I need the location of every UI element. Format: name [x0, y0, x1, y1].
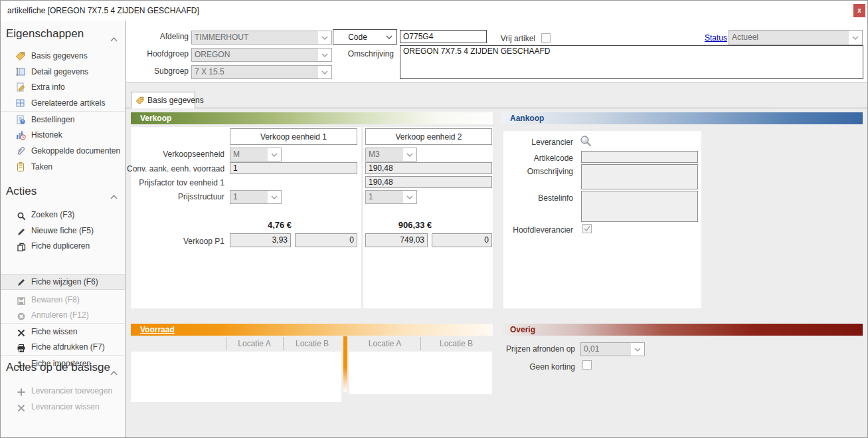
action-leverancier-wissen: Leverancier wissen	[1, 399, 125, 415]
verkoop-p1-label: Verkoop P1	[127, 237, 224, 247]
hoofdleverancier-checkbox[interactable]	[582, 224, 592, 233]
conv-label: Conv. aank. eenh. voorraad	[127, 164, 224, 174]
verkoop-eenheid-2-header: Verkoop eenheid 2	[365, 128, 492, 145]
afdeling-label: Afdeling	[100, 32, 189, 42]
magnifier-icon[interactable]	[580, 135, 592, 150]
conv-unit1-input[interactable]: 1	[230, 162, 357, 174]
status-select[interactable]: Actueel	[729, 30, 863, 45]
aankoop-omschrijving-input[interactable]	[581, 164, 698, 189]
leverancier-label: Leverancier	[505, 138, 573, 148]
delete-x-icon	[17, 327, 26, 336]
aankoop-omschrijving-label: Omschrijving	[505, 167, 573, 177]
p1-unit1-prijs-input[interactable]: 3,93	[230, 233, 291, 247]
voorraad-divider	[343, 336, 347, 392]
geen-korting-checkbox[interactable]	[582, 360, 592, 370]
chevron-down-icon	[631, 343, 644, 356]
action-fiche-wijzigen[interactable]: Fiche wijzigen (F6)	[1, 274, 125, 290]
verkoop-section-header: Verkoop	[131, 112, 493, 124]
voorraad-unit1-col-locatie-a: Locatie A	[226, 336, 283, 351]
omschrijving-label: Omschrijving	[319, 49, 394, 59]
hoofdleverancier-label: Hoofdleverancier	[505, 225, 573, 235]
chevron-down-icon	[268, 148, 281, 161]
sidebar-item-gekoppelde-documenten[interactable]: Gekoppelde documenten	[1, 143, 125, 159]
code-type-select[interactable]: Code	[333, 29, 397, 45]
duplicate-icon	[17, 241, 26, 251]
geen-korting-label: Geen korting	[501, 362, 575, 372]
hoofdgroep-select[interactable]: OREGON	[191, 48, 332, 62]
subgroep-select[interactable]: 7 X 15.5	[191, 65, 332, 79]
tag-icon	[135, 96, 145, 105]
chevron-down-icon	[403, 191, 416, 203]
sidebar: Eigenschappen Basis gegevens Detail gege…	[1, 21, 126, 438]
close-button[interactable]: x	[853, 4, 865, 17]
overig-section-header: Overig	[501, 324, 863, 336]
detail-icon	[15, 66, 26, 77]
p1-unit2-extra-input[interactable]: 0	[432, 233, 492, 247]
chevron-down-icon	[318, 31, 331, 44]
chevron-down-icon	[268, 191, 281, 203]
action-fiche-wissen[interactable]: Fiche wissen	[1, 324, 125, 340]
voorraad-unit2-col-locatie-b: Locatie B	[420, 336, 492, 351]
action-zoeken[interactable]: Zoeken (F3)	[1, 207, 125, 223]
voorraad-section-header: Voorraad	[131, 324, 493, 336]
titlebar: artikelfiche [OREGON 7X7.5 4 ZIJDEN GESC…	[1, 1, 867, 21]
voorraad-unit2-table	[349, 352, 492, 394]
subgroep-label: Subgroep	[100, 66, 189, 76]
prijsstructuur-1-select[interactable]: 1	[230, 190, 282, 204]
voorraad-unit2-col-locatie-a: Locatie A	[349, 336, 420, 351]
voorraad-unit1-table	[131, 352, 341, 402]
verkoopseenheid-2-select[interactable]: M3	[365, 148, 417, 162]
pencil-icon	[17, 277, 26, 286]
aankoop-section-header: Aankoop	[501, 112, 863, 124]
sidebar-item-historiek[interactable]: Historiek	[1, 127, 125, 143]
x-icon	[17, 402, 26, 411]
sidebar-item-extra-info[interactable]: Extra info	[1, 79, 125, 95]
artikelcode-label: Artikelcode	[505, 154, 573, 164]
save-icon	[17, 295, 26, 304]
hoofdgroep-label: Hoofdgroep	[100, 49, 189, 59]
artikelcode-input[interactable]	[581, 151, 698, 163]
action-annuleren: Annuleren (F12)	[1, 307, 125, 323]
chevron-up-icon[interactable]	[110, 366, 118, 372]
action-fiche-afdrukken[interactable]: Fiche afdrukken (F7)	[1, 339, 125, 355]
chevron-up-icon[interactable]	[110, 190, 118, 195]
cancel-icon	[17, 310, 26, 320]
verkoop-eenheid-1-header: Verkoop eenheid 1	[230, 128, 357, 145]
omschrijving-input[interactable]: OREGON 7X7.5 4 ZIJDEN GESCHAAFD	[400, 45, 863, 79]
sidebar-item-bestellingen[interactable]: ? Bestellingen	[1, 112, 125, 128]
vrij-artikel-checkbox[interactable]	[541, 33, 551, 43]
sidebar-item-taken[interactable]: Taken	[1, 159, 125, 175]
p1-unit2-prijs-input[interactable]: 749,03	[365, 233, 428, 247]
pencil-icon	[17, 226, 26, 235]
prijsfactor-unit2-input[interactable]: 190,48	[365, 176, 492, 188]
verkoopseenheid-1-select[interactable]: M	[230, 148, 282, 162]
printer-icon	[17, 342, 26, 352]
sidebar-item-gerelateerde-artikels[interactable]: Gerelateerde artikels	[1, 95, 125, 111]
bestelinfo-input[interactable]	[581, 191, 698, 222]
action-fiche-dupliceren[interactable]: Fiche dupliceren	[1, 238, 125, 254]
plus-icon	[17, 386, 26, 395]
afdeling-select[interactable]: TIMMERHOUT	[191, 31, 332, 45]
sidebar-section-basis-acties[interactable]: Acties op de basisge	[6, 361, 110, 374]
unit2-price: 906,33 €	[365, 220, 465, 230]
sidebar-section-acties[interactable]: Acties	[6, 185, 37, 198]
sidebar-section-eigenschappen[interactable]: Eigenschappen	[6, 27, 84, 41]
conv-unit2-input[interactable]: 190,48	[365, 162, 492, 174]
tab-basis-gegevens[interactable]: Basis gegevens	[131, 92, 195, 108]
related-articles-icon	[15, 98, 26, 108]
prijzen-afronden-label: Prijzen afronden op	[501, 344, 575, 354]
unit1-price: 4,76 €	[230, 220, 329, 230]
status-link[interactable]: Status	[705, 33, 727, 43]
history-chart-icon	[15, 130, 26, 140]
orders-icon: ?	[15, 114, 26, 125]
tag-icon	[15, 51, 26, 61]
verkoopseenheid-label: Verkoopseenheid	[127, 150, 224, 160]
tasks-icon	[15, 162, 26, 172]
prijzen-afronden-select[interactable]: 0,01	[580, 342, 645, 356]
note-pencil-icon	[15, 82, 26, 92]
prijsstructuur-2-select[interactable]: 1	[365, 190, 417, 204]
window-title: artikelfiche [OREGON 7X7.5 4 ZIJDEN GESC…	[7, 6, 199, 15]
action-nieuwe-fiche[interactable]: Nieuwe fiche (F5)	[1, 223, 125, 239]
p1-unit1-extra-input[interactable]: 0	[295, 233, 357, 247]
action-leverancier-toevoegen: Leverancier toevoegen	[1, 383, 125, 399]
